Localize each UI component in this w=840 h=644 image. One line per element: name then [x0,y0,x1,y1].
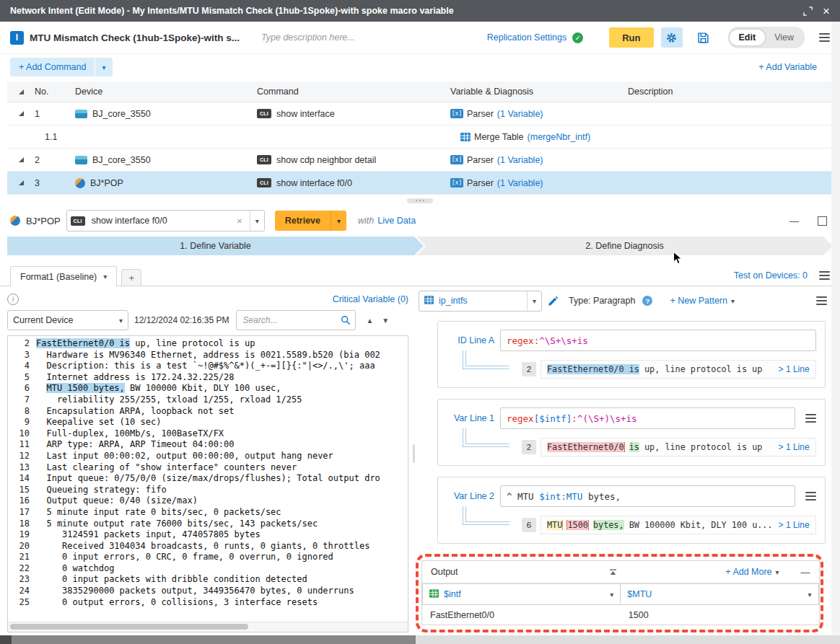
merge-table-link[interactable]: (mergeNbr_intf) [528,132,591,142]
code-hscroll-thumb[interactable] [10,624,248,630]
variable-select[interactable]: ip_intfs ▾ [419,291,542,312]
parser-variable-link[interactable]: (1 Variable) [497,178,543,188]
new-pattern-button[interactable]: + New Pattern ▾ [670,296,735,306]
run-settings-gear-icon[interactable] [661,27,683,48]
pattern-expression-input[interactable]: regex:^\S+\s+is [500,330,816,351]
search-input[interactable] [241,314,325,326]
tabs-menu-icon[interactable] [819,271,830,280]
maximize-panel-icon[interactable] [818,216,827,226]
match-text: FastEthernet0/0 is up, line protocol is … [547,364,773,374]
line-text: 3835290000 packets output, 3449356470 by… [36,586,354,597]
help-icon[interactable]: ? [642,296,652,306]
edit-pencil-icon[interactable] [548,296,559,306]
add-command-chevron-icon[interactable]: ▾ [95,58,112,76]
column-header-variable-diagnosis: Variable & Diagnosis [450,87,628,97]
line-text: 0 input errors, 0 CRC, 0 frame, 0 overru… [36,552,333,563]
tab-chevron-icon[interactable]: ▾ [103,273,107,281]
pattern-row-menu-icon[interactable] [805,414,816,423]
bottom-scrollbar-thumb[interactable] [12,635,416,644]
search-box[interactable] [236,310,356,330]
step-define-diagnosis[interactable]: 2. Define Diagnosis [416,237,833,255]
collapse-output-icon[interactable] [609,569,617,575]
expand-window-icon[interactable] [803,6,813,16]
chevron-down-icon[interactable]: ▾ [610,591,613,599]
splitter-grip[interactable] [407,198,433,203]
row-expand-icon[interactable] [19,180,24,185]
device-scope-chevron-icon[interactable]: ▾ [119,317,123,325]
pattern-menu-icon[interactable] [816,296,827,305]
command-row-2[interactable]: 2 BJ_core_3550 CLIshow cdp neighbor deta… [7,149,831,172]
output-column-intf-select[interactable]: $intf ▾ [422,583,621,605]
line-text: Keepalive set (10 sec) [36,417,161,428]
detail-device-name: BJ*POP [26,216,61,226]
search-next-icon[interactable]: ▼ [382,317,389,325]
edit-toggle[interactable]: Edit [730,30,766,45]
router-device-icon [10,216,20,226]
code-horizontal-scrollbar[interactable] [8,622,408,632]
add-format-tab-button[interactable]: + [121,269,141,286]
parser-variable-link[interactable]: (1 Variable) [497,155,543,165]
view-toggle[interactable]: View [765,30,803,45]
output-column-mtu-select[interactable]: $MTU ▾ [620,583,818,605]
line-number: 15 [8,485,30,496]
search-prev-icon[interactable]: ▲ [366,317,373,325]
save-icon[interactable] [697,32,709,44]
parser-variable-link[interactable]: (1 Variable) [497,109,543,119]
step-define-variable[interactable]: 1. Define Variable [7,237,424,255]
code-line: 10 Full-duplex, 100Mb/s, 100BaseTX/FX [8,428,408,440]
minimize-output-icon[interactable]: — [801,568,810,577]
expand-lines-link[interactable]: > 1 Line [779,520,810,530]
minimize-panel-icon[interactable]: — [789,216,799,226]
description-input[interactable] [260,32,429,43]
expand-lines-link[interactable]: > 1 Line [779,442,810,452]
chevron-down-icon[interactable]: ▾ [808,591,812,599]
add-variable-link[interactable]: + Add Variable [758,62,817,72]
pattern-expression-input[interactable]: ^ MTU $int:MTU bytes, [500,485,795,507]
run-button[interactable]: Run [609,27,653,48]
connector-line [465,506,509,522]
window-scrollbar-track[interactable] [831,22,840,635]
live-data-link[interactable]: Live Data [377,216,416,226]
vertical-splitter[interactable] [408,291,419,632]
bottom-scrollbar[interactable] [0,635,840,644]
header-menu-icon[interactable] [819,33,830,42]
detail-panel: BJ*POP CLI × ▾ Retrieve ▾ with Live Data… [0,206,840,644]
retrieve-button[interactable]: Retrieve ▾ [275,211,346,231]
variable-chevron-icon[interactable]: ▾ [527,291,541,311]
tab-format1-baseline[interactable]: Format1 (Baseline) ▾ [10,266,117,286]
add-more-button[interactable]: + Add More ▾ [725,567,779,577]
row-expand-icon[interactable] [19,111,24,116]
line-text: Internet address is 172.24.32.225/28 [36,372,235,384]
replication-check-icon: ✓ [572,32,583,43]
device-scope-select[interactable]: Current Device ▾ [7,310,128,330]
add-command-label: + Add Command [10,58,95,76]
test-on-devices-link[interactable]: Test on Devices: 0 [734,270,808,281]
code-line: 8 Encapsulation ARPA, loopback not set [8,406,408,418]
replication-settings-link[interactable]: Replication Settings [487,32,566,43]
clear-command-icon[interactable]: × [235,216,245,226]
add-command-button[interactable]: + Add Command ▾ [10,58,113,76]
expand-all-icon[interactable] [19,89,24,94]
critical-variable-link[interactable]: Critical Variable (0) [333,294,408,304]
search-icon[interactable] [341,315,351,325]
sample-output-code[interactable]: 2FastEthernet0/0 is up, line protocol is… [8,336,408,622]
line-number: 22 [8,563,30,575]
bottom-scrollbar-corner [0,635,12,644]
command-row-1-1[interactable]: 1.1 Merge Table(mergeNbr_intf) [7,125,831,149]
connector-line [463,428,509,447]
command-input[interactable] [90,215,229,226]
row-expand-icon[interactable] [19,157,24,162]
command-combobox[interactable]: CLI × ▾ [66,210,265,231]
retrieve-chevron-icon[interactable]: ▾ [331,211,346,231]
code-line: 19 3124591 packets input, 474057805 byte… [8,529,408,541]
command-row-1[interactable]: 1 BJ_core_3550 CLIshow interface [x]Pars… [7,102,831,125]
parser-label: Parser [467,109,494,119]
pattern-expression-input[interactable]: regex[$intf]:^(\S+)\s+is [500,407,795,429]
command-chevron-icon[interactable]: ▾ [250,211,264,231]
window-titlebar: Network Intent (Edit Mode) - My Intents/… [0,0,840,22]
expand-lines-link[interactable]: > 1 Line [779,364,810,374]
pattern-row-menu-icon[interactable] [805,492,816,500]
command-row-3-selected[interactable]: 3 BJ*POP CLIshow interface f0/0 [x]Parse… [7,172,831,195]
close-window-icon[interactable]: × [823,5,830,17]
expand-lines-icon: > [779,442,784,452]
